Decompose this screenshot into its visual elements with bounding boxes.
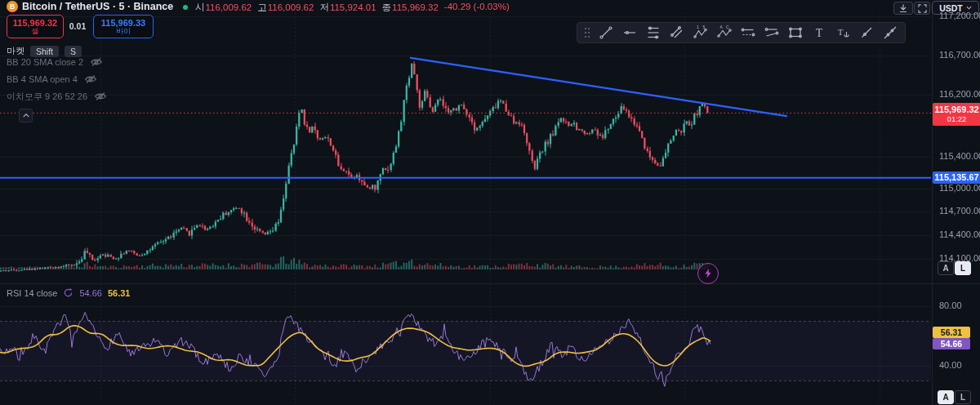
open-label: 시: [195, 2, 205, 12]
text-tool-icon[interactable]: T: [807, 24, 831, 42]
last-price-value: 115,969.32: [933, 105, 980, 115]
market-status-dot: [183, 5, 188, 10]
buy-label: 바이: [116, 28, 131, 36]
long-position-icon[interactable]: [736, 24, 760, 42]
abcd-pattern-icon[interactable]: AC: [712, 24, 736, 42]
sell-price: 115,969.32: [13, 18, 57, 28]
short-position-icon[interactable]: [760, 24, 783, 42]
low-label: 저: [319, 2, 329, 12]
anchored-text-icon[interactable]: T: [831, 24, 854, 42]
rsi-title: RSI 14 close: [7, 288, 57, 298]
buy-button[interactable]: 115,969.33 바이: [93, 15, 154, 38]
indicator-label: BB 20 SMA close 2: [7, 57, 83, 67]
pane-separator[interactable]: [0, 283, 980, 284]
svg-text:T: T: [815, 27, 822, 39]
trend-line-icon[interactable]: [594, 24, 617, 42]
indicator-row-ichimoku[interactable]: 이치모쿠 9 26 52 26: [7, 90, 107, 103]
rsi-axis-label: 40.00: [933, 360, 980, 370]
fullscreen-button[interactable]: [914, 2, 930, 15]
level-price-tag: 115,135.67: [933, 171, 980, 184]
download-button[interactable]: [893, 2, 913, 15]
bitcoin-logo-icon: B: [7, 1, 18, 12]
eye-off-icon[interactable]: [94, 91, 107, 101]
svg-text:1: 1: [697, 24, 699, 29]
xabcd-pattern-icon[interactable]: 15: [688, 24, 712, 42]
header: B Bitcoin / TetherUS · 5 · Binance 시116,…: [0, 0, 980, 14]
sell-label: 셀: [32, 28, 39, 36]
extended-line-icon[interactable]: [878, 24, 902, 42]
high-value: 116,009.62: [268, 2, 314, 12]
rsi-value-tag: 54.66: [933, 338, 970, 349]
open-value: 116,009.62: [206, 2, 252, 12]
tradingview-chart-window: B Bitcoin / TetherUS · 5 · Binance 시116,…: [0, 0, 980, 405]
price-axis-label: 116,700.00: [933, 50, 980, 60]
ohlc-readout: 시116,009.62 고116,009.62 저115,924.01 종115…: [195, 2, 510, 14]
download-icon: [898, 3, 908, 13]
chevron-down-icon: [966, 6, 972, 10]
last-price-tag: 115,969.32 01:22: [933, 103, 980, 126]
close-value: 115,969.32: [392, 2, 439, 12]
change-value: -40.29 (-0.03%): [444, 2, 510, 14]
quick-trade-button[interactable]: [697, 263, 719, 284]
high-label: 고: [257, 2, 267, 12]
indicator-label: 이치모쿠 9 26 52 26: [7, 91, 87, 103]
parallel-channel-icon[interactable]: [665, 24, 688, 42]
lightning-icon: [703, 268, 713, 279]
spread-value: 0.01: [64, 21, 91, 31]
chevron-up-icon: [22, 113, 30, 118]
rsi-ma-tag: 56.31: [933, 327, 970, 338]
buy-price: 115,969.33: [101, 18, 145, 28]
low-value: 115,924.01: [330, 2, 376, 12]
price-axis-label: 115,400.00: [933, 151, 980, 161]
rsi-chart[interactable]: [0, 284, 931, 405]
svg-text:T: T: [837, 27, 843, 37]
indicator-row-bb20[interactable]: BB 20 SMA close 2: [7, 56, 103, 69]
main-price-chart[interactable]: [0, 13, 931, 284]
eye-off-icon[interactable]: [90, 57, 103, 67]
rectangle-icon[interactable]: [783, 24, 807, 42]
toolbar-drag-handle-icon[interactable]: [581, 24, 594, 42]
svg-text:C: C: [726, 24, 729, 29]
auto-scale-button[interactable]: A: [938, 261, 954, 275]
ray-icon[interactable]: [854, 24, 878, 42]
refresh-icon[interactable]: [63, 287, 74, 298]
price-axis-label: 114,400.00: [933, 229, 980, 239]
price-axis-label: 116,200.00: [933, 89, 980, 99]
rsi-legend[interactable]: RSI 14 close 54.66 56.31: [7, 287, 130, 298]
drawing-toolbar: 15 AC T T: [577, 22, 906, 43]
log-scale-button[interactable]: L: [955, 261, 971, 275]
indicator-row-bb4[interactable]: BB 4 SMA open 4: [7, 73, 97, 86]
rsi-axis-label: 80.00: [933, 300, 980, 310]
symbol-title[interactable]: Bitcoin / TetherUS · 5 · Binance: [22, 1, 173, 12]
rsi-auto-scale-button[interactable]: A: [938, 390, 954, 404]
fullscreen-icon: [918, 4, 927, 13]
indicator-label: BB 4 SMA open 4: [7, 74, 78, 84]
price-axis-label: 114,700.00: [933, 206, 980, 216]
horizontal-line-icon[interactable]: [617, 24, 641, 42]
price-axis[interactable]: 117,200.00116,700.00116,200.00115,400.00…: [932, 14, 980, 405]
rsi-value: 54.66: [79, 288, 102, 298]
price-axis-label: 117,200.00: [933, 11, 980, 20]
rsi-log-scale-button[interactable]: L: [955, 390, 971, 404]
fib-retracement-icon[interactable]: [641, 24, 665, 42]
svg-text:A: A: [719, 24, 723, 29]
eye-off-icon[interactable]: [84, 74, 97, 84]
bar-countdown: 01:22: [933, 115, 980, 124]
sell-button[interactable]: 115,969.32 셀: [7, 15, 64, 38]
price-axis-label: 115,000.00: [933, 183, 980, 193]
close-label: 종: [382, 2, 392, 12]
collapse-panel-button[interactable]: [19, 109, 33, 122]
rsi-ma-value: 56.31: [108, 288, 131, 298]
